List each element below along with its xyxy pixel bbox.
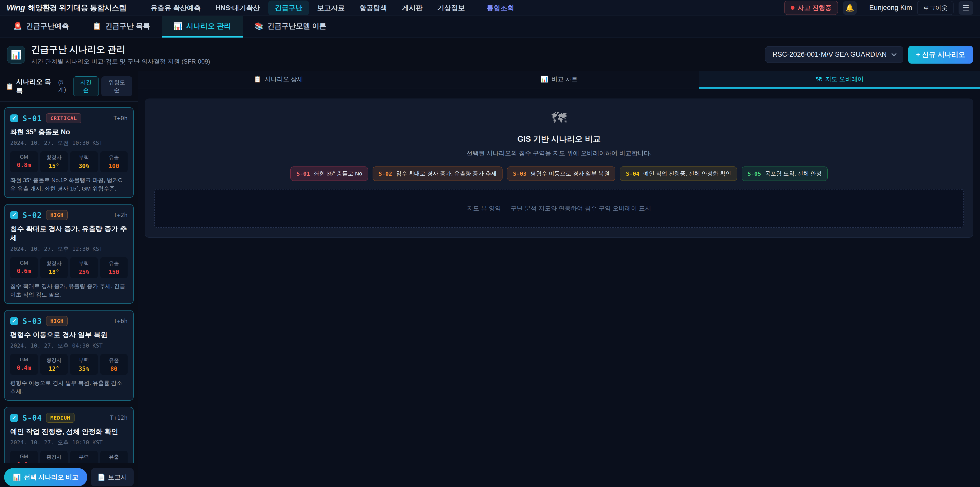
- scenario-title: 예인 작업 진행중, 선체 안정화 확인: [10, 427, 127, 436]
- metrics-row: GM 0.4m 횡경사 12° 부력 35% 유출 80: [10, 354, 127, 375]
- scenario-description: 평형수 이동으로 경사 일부 복원. 유출률 감소 추세.: [10, 379, 127, 396]
- scenario-description: 좌현 35° 충돌로 No.1P 화물탱크 파공, 벙커C유 유출 개시. 좌현…: [10, 176, 127, 193]
- severity-badge: HIGH: [46, 316, 68, 326]
- nav-item-board[interactable]: 게시판: [395, 0, 429, 15]
- metric-value: 80: [102, 366, 126, 372]
- gis-title: GIS 기반 시나리오 비교: [154, 134, 964, 145]
- scenario-checkbox[interactable]: ✓: [10, 414, 18, 422]
- time-offset: T+2h: [114, 212, 127, 218]
- scenario-datetime: 2024. 10. 27. 오후 10:30 KST: [10, 439, 127, 446]
- tab-rescue-model-theory[interactable]: 📚 긴급구난모델 이론: [243, 16, 338, 38]
- scenario-card[interactable]: ✓ S-04 MEDIUM T+12h 예인 작업 진행중, 선체 안정화 확인…: [4, 407, 134, 463]
- divider: [476, 3, 476, 12]
- metric-spill: 유출 30: [100, 451, 128, 463]
- clipboard-icon: 📋: [6, 83, 14, 90]
- scenario-datetime: 2024. 10. 27. 오전 10:30 KST: [10, 139, 127, 147]
- metric-label: 부력: [72, 154, 96, 161]
- scenario-id: S-03: [22, 317, 42, 326]
- page-title-block: 긴급구난 시나리오 관리 시간 단계별 시나리오 비교·검토 및 구난 의사결정…: [31, 43, 210, 65]
- time-offset: T+0h: [114, 115, 127, 121]
- check-icon: ✓: [12, 318, 16, 324]
- brand-logo: Wing 해양환경 위기대응 통합시스템: [6, 3, 126, 13]
- topnav-right: 사고 진행중 🔔 Eunjeong Kim 로그아웃 ☰: [784, 1, 974, 15]
- sidebar-footer: 📊 선택 시나리오 비교 📄 보고서: [0, 463, 138, 487]
- scenario-chip[interactable]: S-04 예인 작업 진행중, 선체 안정화 확인: [620, 166, 737, 181]
- gis-description: 선택된 시나리오의 침수 구역을 지도 위에 오버레이하여 비교합니다.: [154, 149, 964, 157]
- metric-label: 횡경사: [42, 453, 66, 460]
- metrics-row: GM 0.6m 횡경사 18° 부력 25% 유출 150: [10, 257, 127, 278]
- case-select-dropdown[interactable]: RSC-2026-001·M/V SEA GUARDIAN: [765, 46, 903, 63]
- tab-label: 비교 차트: [552, 75, 578, 83]
- metric-heel: 횡경사 8°: [40, 451, 68, 463]
- nav-item-integrated-search[interactable]: 통합조회: [480, 0, 521, 15]
- bar-chart-icon: 📊: [541, 76, 548, 83]
- tab-rescue-forecast[interactable]: 🚨 긴급구난예측: [2, 16, 81, 38]
- nav-item-reports[interactable]: 보고자료: [310, 0, 352, 15]
- new-scenario-button[interactable]: + 신규 시나리오: [908, 46, 973, 64]
- metric-value: 25%: [72, 269, 96, 275]
- nav-item-oil-spill[interactable]: 유출유 확산예측: [144, 0, 207, 15]
- scenario-chip-id: S-01: [296, 171, 310, 177]
- scenario-sidebar: 📋 시나리오 목록 (5개) 시간순 위험도순 ✓ S-01 CRITICAL …: [0, 71, 138, 487]
- scenario-chip-label: 평형수 이동으로 경사 일부 복원: [530, 170, 609, 177]
- report-button[interactable]: 📄 보고서: [91, 468, 134, 486]
- tab-label: 지도 오버레이: [825, 75, 864, 83]
- scenario-checkbox[interactable]: ✓: [10, 114, 18, 122]
- tab-comparison-chart[interactable]: 📊 비교 차트: [419, 71, 700, 89]
- scenario-chip[interactable]: S-02 침수 확대로 경사 증가, 유출량 증가 추세: [372, 166, 503, 181]
- tab-scenario-detail[interactable]: 📋 시나리오 상세: [138, 71, 419, 89]
- scenario-title: 좌현 35° 충돌로 No: [10, 128, 127, 137]
- scenario-chip[interactable]: S-05 목포항 도착, 선체 안정: [741, 166, 827, 181]
- metric-label: 유출: [102, 260, 126, 267]
- metric-label: 유출: [102, 357, 126, 364]
- tab-scenario-management[interactable]: 📊 시나리오 관리: [162, 16, 243, 38]
- check-icon: ✓: [12, 212, 16, 218]
- sort-buttons: 시간순 위험도순: [73, 77, 132, 96]
- brand-logo-mark: Wing: [6, 3, 25, 13]
- sort-by-risk-button[interactable]: 위험도순: [101, 77, 132, 96]
- metric-value: 0.6m: [12, 268, 36, 274]
- sort-by-time-button[interactable]: 시간순: [73, 77, 99, 96]
- tab-rescue-list[interactable]: 📋 긴급구난 목록: [81, 16, 162, 38]
- incident-status-label: 사고 진행중: [798, 3, 832, 12]
- scenario-chip-label: 좌현 35° 충돌로 No: [313, 170, 362, 177]
- metric-buoyancy: 부력 25%: [70, 257, 98, 278]
- metrics-row: GM 0.8m 횡경사 15° 부력 30% 유출 100: [10, 151, 127, 172]
- compare-scenarios-button[interactable]: 📊 선택 시나리오 비교: [4, 468, 87, 486]
- bar-chart-icon: 📊: [173, 22, 183, 30]
- brand-title: 해양환경 위기대응 통합시스템: [28, 3, 126, 13]
- nav-item-weather[interactable]: 기상정보: [431, 0, 472, 15]
- scenario-description: 침수 확대로 경사 증가, 유출량 증가 추세. 긴급 이초 작업 검토 필요.: [10, 282, 127, 299]
- notifications-button[interactable]: 🔔: [843, 1, 857, 15]
- user-name: Eunjeong Kim: [869, 4, 912, 12]
- scenario-title: 평형수 이동으로 경사 일부 복원: [10, 330, 127, 339]
- nav-item-emergency-rescue[interactable]: 긴급구난: [268, 0, 309, 15]
- scenario-card[interactable]: ✓ S-02 HIGH T+2h 침수 확대로 경사 증가, 유출량 증가 추세…: [4, 204, 134, 304]
- logout-button[interactable]: 로그아웃: [917, 1, 953, 15]
- main-nav: 유출유 확산예측 HNS·대기확산 긴급구난 보고자료 항공탐색 게시판 기상정…: [144, 0, 521, 15]
- scenario-card[interactable]: ✓ S-01 CRITICAL T+0h 좌현 35° 충돌로 No 2024.…: [4, 107, 134, 198]
- metric-label: 유출: [102, 453, 126, 460]
- view-tab-bar: 📋 시나리오 상세 📊 비교 차트 🗺 지도 오버레이: [138, 71, 980, 89]
- metric-label: 횡경사: [42, 154, 66, 161]
- menu-button[interactable]: ☰: [959, 1, 974, 15]
- check-icon: ✓: [12, 115, 16, 121]
- incident-status-badge: 사고 진행중: [784, 1, 838, 15]
- tab-map-overlay[interactable]: 🗺 지도 오버레이: [699, 71, 980, 89]
- nav-item-hns[interactable]: HNS·대기확산: [209, 0, 267, 15]
- siren-icon: 🚨: [13, 22, 22, 30]
- scenario-checkbox[interactable]: ✓: [10, 317, 18, 325]
- content-area: 📋 시나리오 목록 (5개) 시간순 위험도순 ✓ S-01 CRITICAL …: [0, 71, 980, 487]
- metric-spill: 유출 100: [100, 151, 128, 172]
- scenario-chip[interactable]: S-03 평형수 이동으로 경사 일부 복원: [507, 166, 615, 181]
- severity-badge: CRITICAL: [46, 113, 81, 123]
- scenario-card[interactable]: ✓ S-03 HIGH T+6h 평형수 이동으로 경사 일부 복원 2024.…: [4, 310, 134, 401]
- nav-item-aerial-search[interactable]: 항공탐색: [353, 0, 394, 15]
- metric-spill: 유출 80: [100, 354, 128, 375]
- scenario-chip[interactable]: S-01 좌현 35° 충돌로 No: [290, 166, 368, 181]
- scenario-checkbox[interactable]: ✓: [10, 211, 18, 219]
- page-icon-box: 📊: [7, 46, 25, 64]
- metric-gm: GM 0.8m: [10, 151, 38, 172]
- scenario-id: S-01: [22, 114, 42, 123]
- scenario-chip-id: S-02: [379, 171, 392, 177]
